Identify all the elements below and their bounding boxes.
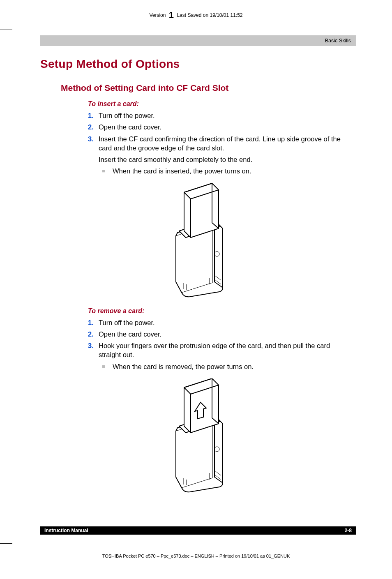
crop-mark-bottom [0,543,12,544]
section-subtitle: Method of Setting Card into CF Card Slot [61,83,356,93]
header-version: Version 1 Last Saved on 19/10/01 11:52 [0,10,392,21]
bullet-text: When the card is inserted, the power tur… [113,166,251,175]
step-text: Open the card cover. [99,330,348,339]
square-bullet-icon: ■ [102,362,113,371]
step-number: 2. [88,122,99,131]
remove-steps: 1. Turn off the power. 2. Open the card … [88,318,348,360]
crop-mark-top [0,30,12,30]
list-item: 2. Open the card cover. [88,330,348,339]
step-continuation: Insert the card smoothly and completely … [99,155,348,164]
side-rule [359,0,359,579]
step-number: 1. [88,111,99,120]
footer-line: TOSHIBA Pocket PC e570 – Ppc_e570.doc – … [0,554,392,558]
step-text: Turn off the power. [99,111,348,120]
illustration-remove [40,378,356,495]
step-number: 3. [88,341,99,360]
list-item: 1. Turn off the power. [88,318,348,327]
list-item: 1. Turn off the power. [88,111,348,120]
remove-bullet: ■ When the card is removed, the power tu… [102,362,348,371]
step-number: 3. [88,134,99,153]
illustration-insert [40,183,356,300]
list-item: 3. Hook your fingers over the protrusion… [88,341,348,360]
step-text: Insert the CF card confirming the direct… [99,134,348,153]
device-remove-icon [153,378,243,494]
step-number: 1. [88,318,99,327]
list-item: 3. Insert the CF card confirming the dir… [88,134,348,153]
version-number: 1 [167,10,175,20]
list-item: 2. Open the card cover. [88,122,348,131]
insert-heading: To insert a card: [88,100,356,108]
bullet-text: When the card is removed, the power turn… [113,362,254,371]
footer-right: 2-8 [345,528,352,533]
step-text: Turn off the power. [99,318,348,327]
footer-bar: Instruction Manual 2-8 [40,526,356,535]
content: Setup Method of Options Method of Settin… [40,58,356,503]
footer-left: Instruction Manual [44,528,88,533]
section-bar: Basic Skills [40,35,356,46]
version-label: Version [149,12,166,18]
section-bar-text: Basic Skills [325,38,351,44]
remove-heading: To remove a card: [88,307,356,315]
last-saved: Last Saved on 19/10/01 11:52 [177,12,242,18]
insert-steps: 1. Turn off the power. 2. Open the card … [88,111,348,152]
insert-bullet: ■ When the card is inserted, the power t… [102,166,348,175]
step-number: 2. [88,330,99,339]
step-text: Open the card cover. [99,122,348,131]
step-text: Hook your fingers over the protrusion ed… [99,341,348,360]
device-insert-icon [153,183,243,298]
square-bullet-icon: ■ [102,166,113,175]
page-title: Setup Method of Options [40,58,356,71]
